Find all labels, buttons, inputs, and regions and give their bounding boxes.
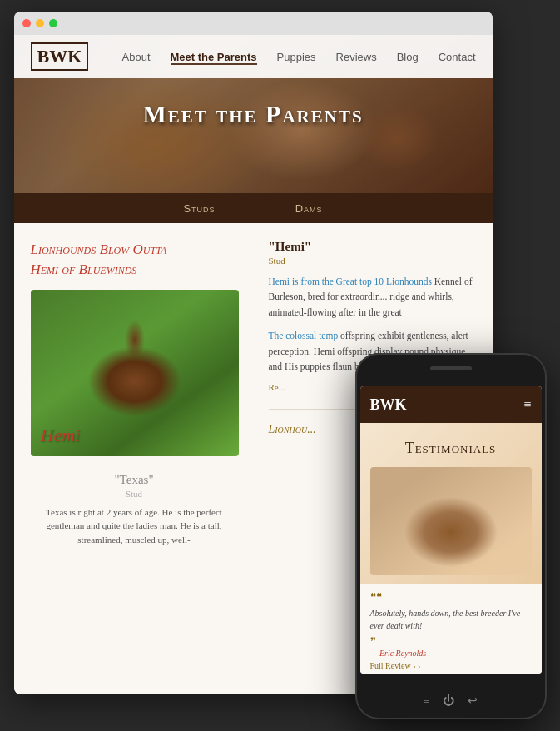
mobile-logo: BWK bbox=[370, 396, 407, 414]
dog1-title: Lionhounds Blow Outta Hemi of Bluewinds bbox=[31, 240, 238, 280]
mobile-hero-area: Testimonials bbox=[360, 423, 542, 584]
minimize-button[interactable] bbox=[36, 19, 44, 27]
tab-dams[interactable]: Dams bbox=[289, 199, 330, 218]
open-quote-icon: ❝❝ bbox=[370, 590, 532, 604]
mobile-dog-image bbox=[370, 467, 532, 575]
dog2-left: "Texas" Stud Texas is right at 2 years o… bbox=[31, 473, 238, 547]
tab-studs[interactable]: Studs bbox=[176, 199, 221, 218]
nav-item-contact[interactable]: Contact bbox=[439, 51, 476, 63]
mobile-page-title: Testimonials bbox=[370, 440, 532, 457]
dog1-title-line1: Lionhounds Blow Outta bbox=[31, 241, 167, 257]
mobile-dog-img-inner bbox=[370, 467, 532, 575]
nav-item-meet-parents[interactable]: Meet the Parents bbox=[171, 51, 257, 63]
close-quote-icon: ❞ bbox=[370, 635, 532, 649]
content-left: Lionhounds Blow Outta Hemi of Bluewinds … bbox=[14, 223, 255, 694]
mobile-read-more[interactable]: Full Review › › bbox=[370, 661, 532, 670]
dog1-image: Hemi bbox=[31, 290, 239, 456]
nav-item-puppies[interactable]: Puppies bbox=[277, 51, 316, 63]
site-nav: BWK About Meet the Parents Puppies Revie… bbox=[14, 35, 493, 78]
dog1-heading: "Hemi" bbox=[269, 240, 479, 254]
nav-item-reviews[interactable]: Reviews bbox=[336, 51, 377, 63]
mobile-quote-section: ❝❝ Absolutely, hands down, the best bree… bbox=[360, 584, 542, 674]
scene: BWK About Meet the Parents Puppies Revie… bbox=[14, 12, 547, 719]
tabs-bar: Studs Dams bbox=[14, 193, 493, 223]
dog1-title-line2: Hemi of Bluewinds bbox=[31, 261, 137, 277]
maximize-button[interactable] bbox=[49, 19, 57, 27]
nav-item-blog[interactable]: Blog bbox=[397, 51, 419, 63]
mobile-quote-text: Absolutely, hands down, the best breeder… bbox=[370, 607, 532, 632]
mobile-menu-button[interactable]: ≡ bbox=[424, 694, 430, 708]
dog1-desc1: Hemi is from the Great top 10 Lionhounds… bbox=[269, 274, 479, 320]
hero-title: Meet the Parents bbox=[142, 100, 363, 128]
mobile-menu-icon[interactable]: ≡ bbox=[523, 397, 531, 412]
mobile-screen: BWK ≡ Testimonials ❝❝ Absolutely, hands … bbox=[360, 386, 542, 674]
mobile-speaker bbox=[430, 366, 472, 370]
dog1-subtitle: Stud bbox=[269, 256, 479, 266]
dog2-name: "Texas" bbox=[31, 473, 238, 487]
browser-chrome bbox=[14, 12, 493, 35]
site-logo: BWK bbox=[31, 42, 89, 71]
mobile-power-button[interactable]: ⏻ bbox=[443, 694, 454, 708]
mobile-nav: BWK ≡ bbox=[360, 386, 542, 423]
dog2-description: Texas is right at 2 years of age. He is … bbox=[31, 505, 238, 547]
mobile-back-button[interactable]: ↩ bbox=[468, 694, 478, 708]
mobile-quote-author: — Eric Reynolds bbox=[370, 649, 532, 658]
dog1-name-overlay: Hemi bbox=[41, 425, 81, 446]
dog2-subtitle: Stud bbox=[31, 489, 238, 499]
chevron-right-icon: › bbox=[418, 661, 420, 670]
mobile-home-bar: ≡ ⏻ ↩ bbox=[424, 694, 478, 708]
close-button[interactable] bbox=[22, 19, 31, 27]
mobile-device: BWK ≡ Testimonials ❝❝ Absolutely, hands … bbox=[355, 353, 547, 719]
nav-item-about[interactable]: About bbox=[122, 51, 151, 63]
nav-links: About Meet the Parents Puppies Reviews B… bbox=[122, 51, 476, 63]
